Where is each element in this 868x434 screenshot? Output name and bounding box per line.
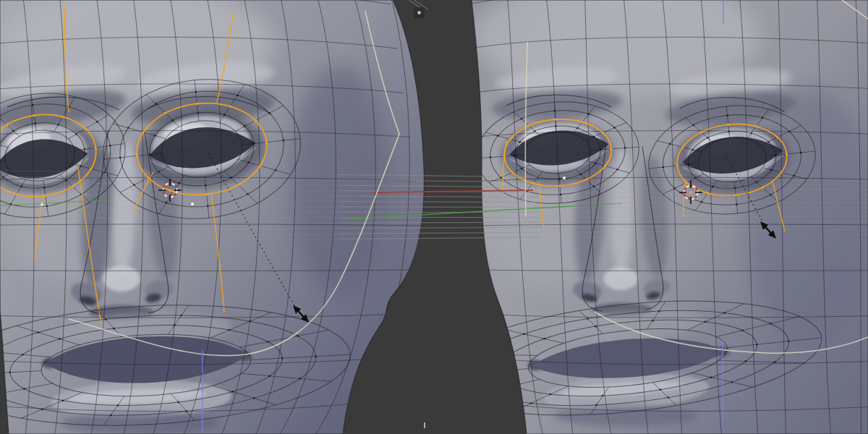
selected-vertex[interactable] bbox=[532, 182, 534, 184]
selected-vertex[interactable] bbox=[61, 116, 64, 118]
mesh-vertex bbox=[197, 112, 199, 114]
shading bbox=[553, 406, 698, 426]
mesh-vertex bbox=[555, 125, 556, 127]
selected-vertex[interactable] bbox=[682, 146, 684, 148]
mesh-vertex bbox=[770, 194, 771, 195]
mesh-vertex bbox=[117, 404, 119, 406]
selected-vertex[interactable] bbox=[229, 106, 231, 108]
mesh-vertex bbox=[247, 193, 248, 195]
mesh-vertex bbox=[65, 179, 67, 181]
mesh-vertex bbox=[80, 166, 82, 167]
selected-vertex[interactable] bbox=[164, 112, 166, 114]
mesh-vertex bbox=[41, 409, 43, 410]
selected-vertex[interactable] bbox=[173, 191, 175, 193]
mesh-vertex bbox=[558, 179, 560, 180]
selected-vertex[interactable] bbox=[602, 132, 604, 134]
mesh-vertex bbox=[113, 328, 114, 329]
selected-vertex[interactable] bbox=[755, 125, 757, 127]
mesh-vertex bbox=[179, 182, 180, 184]
selected-vertex[interactable] bbox=[604, 165, 606, 167]
mesh-vertex bbox=[35, 123, 36, 124]
selected-vertex[interactable] bbox=[559, 184, 561, 187]
mesh-vertex bbox=[155, 103, 156, 104]
mesh-vertex bbox=[588, 114, 590, 115]
selected-vertex[interactable] bbox=[700, 131, 702, 133]
viewport-canvas[interactable] bbox=[0, 0, 868, 434]
selected-vertex[interactable] bbox=[255, 119, 257, 122]
selected-vertex[interactable] bbox=[762, 187, 764, 189]
selected-vertex[interactable] bbox=[582, 121, 584, 123]
mesh-vertex bbox=[110, 414, 111, 416]
mesh-vertex bbox=[105, 318, 106, 320]
selected-vertex[interactable] bbox=[511, 171, 514, 174]
mesh-vertex bbox=[663, 166, 664, 168]
blender-3d-viewport[interactable] bbox=[0, 0, 868, 434]
mesh-vertex bbox=[521, 168, 522, 169]
mesh-vertex bbox=[710, 377, 712, 378]
mesh-vertex bbox=[745, 360, 746, 362]
mesh-vertex bbox=[96, 121, 98, 122]
mesh-vertex bbox=[770, 169, 772, 171]
selected-vertex[interactable] bbox=[136, 155, 138, 157]
mesh-vertex bbox=[788, 341, 789, 342]
mesh-vertex bbox=[500, 176, 501, 178]
mesh-vertex bbox=[24, 388, 25, 389]
mesh-vertex bbox=[283, 140, 284, 141]
mesh-vertex bbox=[668, 396, 669, 398]
mesh-vertex bbox=[707, 137, 708, 138]
mesh-vertex bbox=[253, 397, 255, 399]
selected-vertex[interactable] bbox=[727, 124, 729, 126]
selected-vertex[interactable] bbox=[554, 119, 556, 121]
mesh-vertex bbox=[613, 127, 615, 128]
mesh-vertex bbox=[297, 335, 299, 336]
mesh-vertex bbox=[624, 147, 626, 148]
selected-vertex[interactable] bbox=[780, 171, 783, 174]
mesh-vertex bbox=[751, 132, 752, 134]
mesh-vertex bbox=[692, 149, 693, 150]
mesh-vertex bbox=[232, 391, 234, 392]
mesh-vertex bbox=[523, 333, 524, 335]
mesh-vertex bbox=[57, 124, 59, 125]
mesh-vertex bbox=[181, 315, 182, 316]
mesh-vertex bbox=[275, 169, 276, 171]
selected-vertex[interactable] bbox=[259, 165, 261, 167]
mesh-vertex bbox=[595, 163, 596, 164]
mesh-vertex bbox=[767, 141, 769, 142]
mesh-vertex bbox=[660, 389, 661, 391]
selected-vertex[interactable] bbox=[735, 194, 737, 196]
mesh-vertex bbox=[13, 130, 14, 132]
selected-vertex[interactable] bbox=[33, 114, 35, 116]
selected-vertex[interactable] bbox=[786, 153, 788, 156]
mesh-vertex bbox=[687, 163, 689, 165]
selected-vertex[interactable] bbox=[196, 103, 198, 105]
mesh-vertex bbox=[149, 153, 150, 155]
active-vertex[interactable] bbox=[191, 203, 193, 205]
mesh-vertex bbox=[205, 184, 206, 186]
selected-vertex[interactable] bbox=[528, 124, 530, 127]
mesh-vertex bbox=[133, 184, 135, 186]
mesh-vertex bbox=[174, 325, 175, 326]
mesh-vertex bbox=[43, 187, 45, 188]
mesh-vertex bbox=[109, 145, 111, 146]
selected-vertex[interactable] bbox=[265, 141, 268, 143]
selected-vertex[interactable] bbox=[142, 131, 145, 133]
mesh-vertex bbox=[299, 378, 301, 379]
mesh-vertex bbox=[593, 186, 595, 187]
selected-vertex[interactable] bbox=[6, 124, 8, 126]
selected-vertex[interactable] bbox=[676, 165, 678, 167]
mesh-vertex bbox=[530, 402, 532, 404]
selected-vertex[interactable] bbox=[90, 168, 92, 170]
selected-vertex[interactable] bbox=[509, 138, 511, 140]
selected-vertex[interactable] bbox=[776, 136, 778, 138]
selected-vertex[interactable] bbox=[585, 179, 587, 181]
mesh-vertex bbox=[602, 395, 603, 396]
mesh-vertex bbox=[800, 152, 801, 153]
selected-vertex[interactable] bbox=[95, 147, 97, 149]
3d-cursor-center-vertex bbox=[689, 191, 692, 193]
selected-vertex[interactable] bbox=[610, 148, 612, 150]
selected-vertex[interactable] bbox=[72, 185, 74, 187]
mesh-vertex bbox=[249, 320, 250, 322]
selected-vertex[interactable] bbox=[205, 193, 208, 195]
selected-vertex[interactable] bbox=[85, 127, 87, 129]
mesh-vertex bbox=[728, 131, 730, 132]
